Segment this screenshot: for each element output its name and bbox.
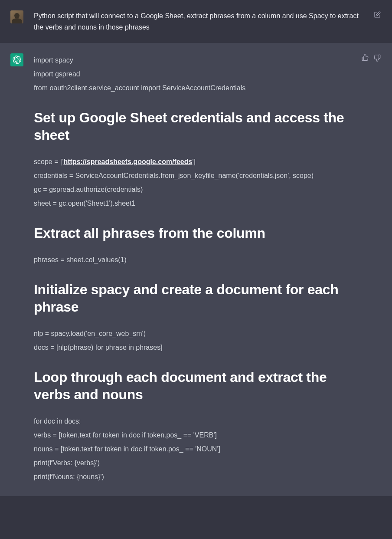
code-line: import gspread bbox=[34, 67, 361, 81]
section-heading: Set up Google Sheet credentials and acce… bbox=[34, 109, 361, 144]
code-line: phrases = sheet.col_values(1) bbox=[34, 253, 361, 267]
code-line: print(f'Verbs: {verbs}') bbox=[34, 456, 361, 470]
thumbs-down-icon[interactable] bbox=[373, 53, 382, 62]
code-line: sheet = gc.open('Sheet1').sheet1 bbox=[34, 197, 361, 210]
code-text: '] bbox=[192, 158, 196, 165]
code-line: for doc in docs: bbox=[34, 414, 361, 428]
code-line: print(f'Nouns: {nouns}') bbox=[34, 470, 361, 484]
code-block: nlp = spacy.load('en_core_web_sm') docs … bbox=[34, 327, 361, 355]
code-line: import spacy bbox=[34, 53, 361, 67]
code-line: nlp = spacy.load('en_core_web_sm') bbox=[34, 327, 361, 341]
code-line: nouns = [token.text for token in doc if … bbox=[34, 442, 361, 456]
section-heading: Loop through each document and extract t… bbox=[34, 368, 361, 403]
code-line: gc = gspread.authorize(credentials) bbox=[34, 183, 361, 197]
code-line: from oauth2client.service_account import… bbox=[34, 81, 361, 95]
code-line: credentials = ServiceAccountCredentials.… bbox=[34, 169, 361, 183]
edit-icon[interactable] bbox=[373, 10, 382, 19]
code-block: scope = ['https://spreadsheets.google.co… bbox=[34, 155, 361, 210]
code-text: scope = [' bbox=[34, 158, 63, 165]
section-heading: Extract all phrases from the column bbox=[34, 224, 361, 242]
assistant-message: import spacy import gspread from oauth2c… bbox=[0, 43, 392, 496]
code-line: scope = ['https://spreadsheets.google.co… bbox=[34, 155, 361, 169]
section-heading: Initialize spacy and create a document f… bbox=[34, 281, 361, 316]
code-line: docs = [nlp(phrase) for phrase in phrase… bbox=[34, 341, 361, 355]
thumbs-up-icon[interactable] bbox=[361, 53, 369, 62]
feeds-link[interactable]: https://spreadsheets.google.com/feeds bbox=[63, 158, 192, 165]
user-actions bbox=[373, 10, 382, 19]
imports-block: import spacy import gspread from oauth2c… bbox=[34, 53, 361, 95]
user-prompt-text: Python script that will connect to a Goo… bbox=[34, 10, 361, 33]
code-line: verbs = [token.text for token in doc if … bbox=[34, 428, 361, 442]
code-block: for doc in docs: verbs = [token.text for… bbox=[34, 414, 361, 484]
assistant-avatar bbox=[10, 53, 23, 66]
user-content: Python script that will connect to a Goo… bbox=[34, 10, 382, 33]
code-block: phrases = sheet.col_values(1) bbox=[34, 253, 361, 267]
user-message: Python script that will connect to a Goo… bbox=[0, 0, 392, 43]
user-avatar bbox=[10, 10, 23, 23]
assistant-content: import spacy import gspread from oauth2c… bbox=[34, 53, 382, 486]
assistant-actions bbox=[361, 53, 382, 62]
